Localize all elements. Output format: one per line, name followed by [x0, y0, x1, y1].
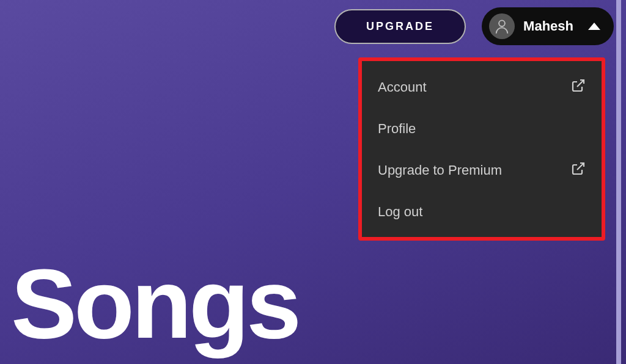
user-name-label: Mahesh — [523, 18, 573, 34]
menu-item-label: Log out — [378, 204, 422, 220]
person-icon — [493, 18, 510, 35]
chevron-up-icon — [588, 23, 600, 30]
menu-item-label: Account — [378, 79, 427, 95]
avatar — [489, 13, 515, 39]
menu-item-label: Upgrade to Premium — [378, 162, 502, 178]
menu-item-label: Profile — [378, 121, 416, 137]
upgrade-button[interactable]: UPGRADE — [334, 9, 466, 44]
svg-point-0 — [499, 20, 505, 26]
external-link-icon — [571, 78, 586, 96]
page-title: Songs — [11, 254, 298, 353]
user-dropdown-menu: Account Profile Upgrade to Premium Log o… — [358, 57, 605, 241]
top-bar: UPGRADE Mahesh — [334, 7, 614, 45]
menu-item-profile[interactable]: Profile — [362, 109, 602, 149]
menu-item-account[interactable]: Account — [362, 66, 602, 109]
menu-item-upgrade-premium[interactable]: Upgrade to Premium — [362, 149, 602, 192]
user-menu-button[interactable]: Mahesh — [482, 7, 614, 45]
external-link-icon — [571, 161, 586, 180]
menu-item-logout[interactable]: Log out — [362, 192, 602, 232]
right-divider — [616, 0, 621, 364]
